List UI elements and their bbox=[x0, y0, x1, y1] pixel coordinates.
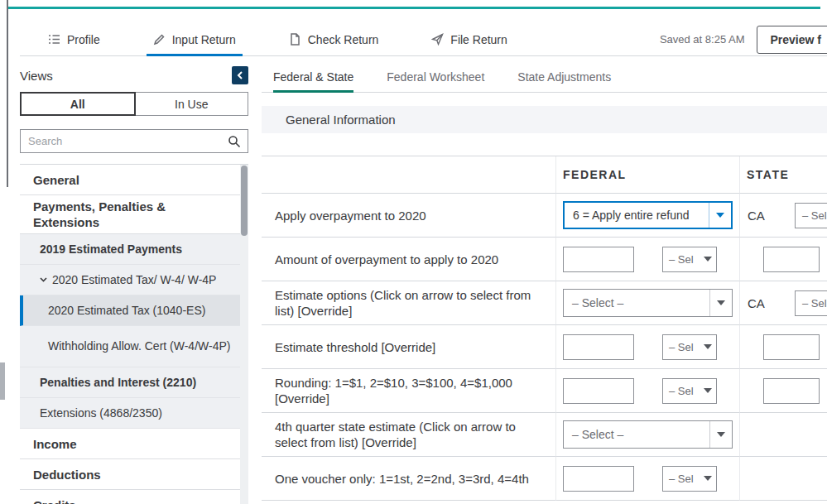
document-icon bbox=[289, 33, 301, 46]
sidebar-item-2020-estimated-tax-group[interactable]: 2020 Estimated Tax/ W-4/ W-4P bbox=[20, 265, 240, 295]
nav-item-profile[interactable]: Profile bbox=[48, 23, 100, 55]
federal-mini-select[interactable]: – Sel bbox=[662, 334, 717, 360]
state-cell bbox=[740, 457, 827, 501]
saved-status-text: Saved at 8:25 AM bbox=[660, 33, 745, 46]
state-amount-input[interactable] bbox=[763, 247, 820, 272]
select-dropdown-button[interactable] bbox=[700, 467, 716, 491]
row-label: Estimate threshold [Override] bbox=[262, 325, 556, 369]
nav-item-label: Input Return bbox=[172, 33, 236, 46]
tab-federal-worksheet[interactable]: Federal Worksheet bbox=[387, 62, 484, 92]
profile-list-icon bbox=[48, 33, 60, 46]
section-title: General Information bbox=[286, 113, 396, 127]
sidebar-collapse-button[interactable] bbox=[232, 66, 248, 84]
top-nav: Profile Input Return Check Return bbox=[20, 23, 827, 56]
caret-down-icon bbox=[717, 300, 725, 305]
nav-item-label: Profile bbox=[67, 33, 100, 46]
federal-cell: – Select – bbox=[556, 281, 740, 325]
window-edge-line bbox=[7, 0, 8, 187]
state-code-label: CA bbox=[748, 296, 795, 310]
row-label: Rounding: 1=$1, 2=$10, 3=$100, 4=$1,000 … bbox=[262, 369, 556, 413]
sidebar-item-extensions[interactable]: Extensions (4868/2350) bbox=[20, 398, 240, 429]
select-value: – Sel bbox=[663, 335, 700, 359]
federal-mini-select[interactable]: – Sel bbox=[662, 378, 717, 404]
sidebar-scrollbar[interactable] bbox=[240, 165, 248, 504]
select-value: – Sel bbox=[663, 247, 700, 271]
nav-item-check-return[interactable]: Check Return bbox=[289, 23, 379, 55]
sidebar-section-list: General Payments, Penalties & Extensions… bbox=[20, 164, 248, 504]
federal-mini-select[interactable]: – Sel bbox=[662, 466, 717, 492]
sidebar-scrollbar-thumb[interactable] bbox=[241, 166, 248, 236]
views-title: Views bbox=[20, 69, 53, 83]
federal-select-4th-quarter[interactable]: – Select – bbox=[563, 420, 733, 449]
federal-cell: – Sel bbox=[556, 457, 740, 501]
main-content: Federal & State Federal Worksheet State … bbox=[262, 62, 827, 504]
select-value: – Select – bbox=[564, 421, 709, 448]
sidebar-item-credits[interactable]: Credits bbox=[20, 490, 240, 504]
sidebar-item-income[interactable]: Income bbox=[20, 429, 240, 459]
select-value: 6 = Apply entire refund bbox=[565, 203, 709, 228]
pencil-icon bbox=[153, 33, 166, 46]
nav-item-label: File Return bbox=[450, 33, 507, 46]
state-cell bbox=[740, 413, 827, 457]
tab-federal-and-state[interactable]: Federal & State bbox=[273, 62, 353, 92]
state-cell bbox=[740, 369, 827, 413]
federal-amount-input[interactable] bbox=[563, 247, 634, 272]
sidebar-item-general[interactable]: General bbox=[20, 165, 240, 195]
federal-cell: 6 = Apply entire refund bbox=[556, 194, 740, 238]
views-sidebar: Views All In Use General bbox=[20, 66, 248, 504]
federal-rounding-input[interactable] bbox=[563, 378, 634, 404]
select-dropdown-button[interactable] bbox=[709, 290, 732, 316]
state-rounding-input[interactable] bbox=[763, 378, 820, 404]
preview-forms-button[interactable]: Preview f bbox=[757, 26, 827, 54]
federal-threshold-input[interactable] bbox=[563, 334, 634, 360]
row-label: One voucher only: 1=1st, 2=2nd, 3=3rd, 4… bbox=[262, 457, 556, 501]
sidebar-item-withholding-allow-cert[interactable]: Withholding Allow. Cert (W-4/W-4P) bbox=[20, 326, 240, 367]
federal-cell: – Sel bbox=[556, 325, 740, 369]
views-filter-toggle: All In Use bbox=[20, 92, 248, 116]
federal-cell: – Sel bbox=[556, 369, 740, 413]
nav-right-cluster: Saved at 8:25 AM Preview f bbox=[660, 26, 827, 54]
select-dropdown-button[interactable] bbox=[709, 421, 732, 448]
select-value: – Select – bbox=[564, 290, 709, 316]
select-dropdown-button[interactable] bbox=[700, 379, 716, 403]
state-cell bbox=[740, 325, 827, 369]
state-select-apply-overpayment[interactable]: – Sel bbox=[795, 203, 827, 228]
sidebar-item-payments-penalties-extensions[interactable]: Payments, Penalties & Extensions bbox=[20, 195, 240, 234]
nav-item-file-return[interactable]: File Return bbox=[431, 23, 507, 55]
row-label: Amount of overpayment to apply to 2020 bbox=[262, 238, 556, 281]
select-dropdown-button[interactable] bbox=[709, 203, 731, 228]
nav-item-input-return[interactable]: Input Return bbox=[153, 23, 236, 55]
row-label: Apply overpayment to 2020 bbox=[262, 194, 556, 238]
caret-down-icon bbox=[717, 432, 725, 437]
federal-mini-select[interactable]: – Sel bbox=[662, 247, 717, 272]
select-dropdown-button[interactable] bbox=[700, 247, 716, 271]
toggle-all[interactable]: All bbox=[20, 92, 136, 116]
sidebar-item-2019-estimated-payments[interactable]: 2019 Estimated Payments bbox=[20, 234, 240, 265]
state-select-estimate-options[interactable]: – Sel bbox=[795, 290, 827, 316]
outer-scrollbar-thumb[interactable] bbox=[0, 362, 5, 400]
select-value: – Sel bbox=[663, 467, 700, 491]
state-cell: CA – Sel bbox=[740, 194, 827, 238]
input-table: FEDERAL STATE Apply overpayment to 2020 … bbox=[262, 156, 827, 501]
nav-item-label: Check Return bbox=[308, 33, 379, 46]
state-cell bbox=[740, 238, 827, 281]
tab-state-adjustments[interactable]: State Adjustments bbox=[517, 62, 611, 92]
section-header: General Information bbox=[262, 106, 827, 133]
column-header-blank bbox=[262, 156, 556, 194]
row-label: 4th quarter state estimate (Click on arr… bbox=[262, 413, 556, 457]
state-threshold-input[interactable] bbox=[763, 334, 820, 360]
federal-select-apply-overpayment[interactable]: 6 = Apply entire refund bbox=[563, 201, 733, 229]
toggle-in-use[interactable]: In Use bbox=[136, 92, 249, 116]
search-input[interactable] bbox=[28, 135, 228, 147]
caret-down-icon bbox=[704, 344, 712, 349]
federal-cell: – Select – bbox=[556, 413, 740, 457]
sidebar-item-2020-estimated-tax-1040es[interactable]: 2020 Estimated Tax (1040-ES) bbox=[20, 295, 240, 326]
federal-select-estimate-options[interactable]: – Select – bbox=[563, 289, 733, 317]
select-value: – Sel bbox=[663, 379, 700, 403]
column-header-federal: FEDERAL bbox=[556, 156, 740, 194]
state-cell: CA – Sel bbox=[740, 281, 827, 325]
sidebar-item-penalties-and-interest[interactable]: Penalties and Interest (2210) bbox=[20, 367, 240, 398]
select-dropdown-button[interactable] bbox=[700, 335, 716, 359]
federal-voucher-input[interactable] bbox=[563, 466, 634, 492]
sidebar-item-deductions[interactable]: Deductions bbox=[20, 459, 240, 490]
